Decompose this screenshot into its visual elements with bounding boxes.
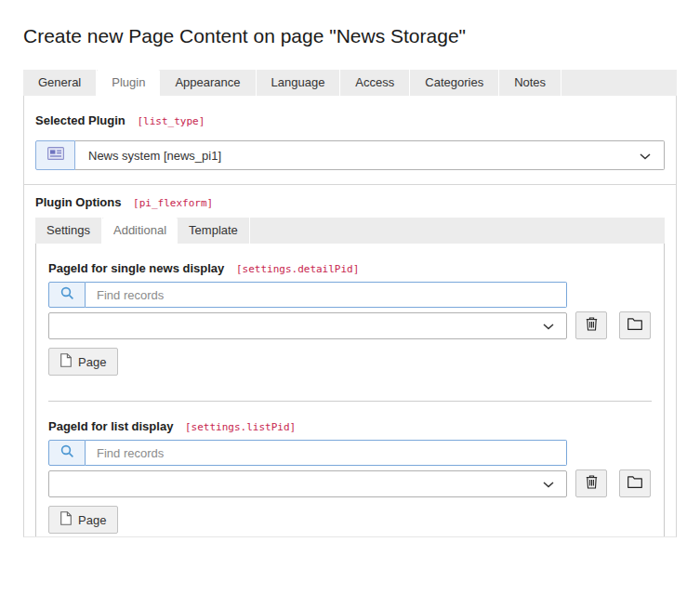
selected-plugin-section: Selected Plugin [list_type]	[24, 96, 676, 170]
field-group-list-pid: PageId for list display [settings.listPi…	[48, 402, 652, 534]
tab-appearance[interactable]: Appearance	[160, 70, 256, 96]
newspaper-icon	[47, 147, 64, 164]
plugin-icon-box	[35, 140, 75, 170]
delete-record-button[interactable]	[575, 311, 607, 339]
selected-plugin-row: News system [news_pi1]	[35, 140, 665, 170]
record-search-row	[48, 440, 567, 466]
find-records-input[interactable]	[86, 440, 567, 466]
tab-plugin[interactable]: Plugin	[97, 70, 160, 96]
record-search-row	[48, 282, 567, 308]
chevron-down-icon	[543, 475, 554, 492]
field-group-detail-pid: PageId for single news display [settings…	[48, 244, 652, 376]
selected-plugin-select[interactable]: News system [news_pi1]	[75, 140, 665, 170]
chevron-down-icon	[640, 149, 651, 163]
tab-categories[interactable]: Categories	[410, 70, 499, 96]
add-page-record-label: Page	[78, 513, 106, 527]
search-icon	[60, 444, 74, 462]
chevron-down-icon	[543, 317, 554, 334]
record-select-row	[48, 469, 652, 497]
tab-language[interactable]: Language	[257, 70, 341, 96]
page-title: Create new Page Content on page "News St…	[23, 24, 677, 48]
tab-notes[interactable]: Notes	[499, 70, 561, 96]
subtab-additional[interactable]: Additional	[102, 218, 178, 244]
selected-records-list[interactable]	[48, 470, 567, 497]
record-edit-form: General Plugin Appearance Language Acces…	[23, 70, 677, 537]
add-page-record-label: Page	[78, 355, 106, 369]
find-records-input[interactable]	[86, 282, 567, 308]
field-label: PageId for list display	[48, 419, 173, 433]
add-page-record-button[interactable]: Page	[48, 506, 118, 534]
trash-icon	[586, 317, 598, 334]
selected-plugin-field-code: [list_type]	[137, 115, 205, 127]
plugin-options-section: Plugin Options [pi_flexform] Settings Ad…	[24, 185, 676, 537]
page-document-icon	[60, 511, 72, 528]
main-tabbar: General Plugin Appearance Language Acces…	[23, 70, 677, 96]
additional-tab-panel: PageId for single news display [settings…	[35, 244, 665, 537]
add-page-record-button[interactable]: Page	[48, 348, 118, 376]
flexform-tabbar: Settings Additional Template	[35, 218, 665, 244]
subtab-settings[interactable]: Settings	[35, 218, 102, 244]
plugin-tab-panel: Selected Plugin [list_type]	[23, 96, 677, 537]
record-select-row	[48, 311, 652, 339]
search-icon	[60, 286, 74, 304]
selected-plugin-label: Selected Plugin	[35, 113, 125, 127]
folder-icon	[627, 318, 642, 333]
field-label: PageId for single news display	[48, 261, 224, 275]
browse-records-button[interactable]	[619, 469, 651, 497]
plugin-options-label: Plugin Options	[35, 195, 121, 209]
trash-icon	[586, 475, 598, 492]
plugin-options-field-code: [pi_flexform]	[133, 197, 213, 209]
search-icon-box	[48, 282, 86, 308]
folder-icon	[627, 476, 642, 491]
selected-records-list[interactable]	[48, 312, 567, 339]
field-code: [settings.listPid]	[185, 421, 296, 433]
subtab-template[interactable]: Template	[178, 218, 250, 244]
delete-record-button[interactable]	[575, 469, 607, 497]
tab-general[interactable]: General	[23, 70, 97, 96]
selected-plugin-value: News system [news_pi1]	[88, 149, 221, 163]
page-document-icon	[60, 353, 72, 370]
tab-access[interactable]: Access	[340, 70, 410, 96]
browse-records-button[interactable]	[619, 311, 651, 339]
search-icon-box	[48, 440, 86, 466]
field-code: [settings.detailPid]	[236, 263, 359, 275]
